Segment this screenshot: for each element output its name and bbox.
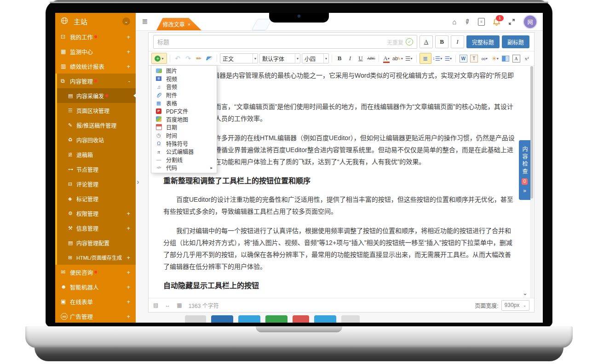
sidebar-item-push-manuscripts[interactable]: ✎ 报/推送稿件管理 xyxy=(57,118,136,132)
undo-icon[interactable]: ↶ xyxy=(173,53,182,63)
content-check-tab[interactable]: 内容检查 0 » xyxy=(519,140,530,200)
title-italic-button[interactable]: I xyxy=(451,35,464,48)
paragraph-style-select[interactable]: 正文▾ xyxy=(220,53,258,63)
menu-item-audio[interactable]: ♫音频 xyxy=(151,83,217,91)
ordered-list-button[interactable]: 1☰▾ xyxy=(433,53,443,63)
sidebar-item-performance-report[interactable]: ▥ 绩效统计报表 + xyxy=(55,59,136,74)
audit-clipboard-icon[interactable]: ≡ xyxy=(478,18,485,26)
sidebar-item-html-cache[interactable]: ⊞ HTML/页面缓存生成 + xyxy=(57,250,136,265)
superscript-button[interactable]: x² xyxy=(522,53,531,63)
fullscreen-expand-icon[interactable] xyxy=(508,18,515,25)
sidebar-item-my-work[interactable]: ⊡ 我的工作 + xyxy=(55,29,136,44)
menu-item-time[interactable]: ◷时间 xyxy=(151,131,217,140)
expand-icon: + xyxy=(126,298,130,305)
home-icon[interactable]: ⌂ xyxy=(452,18,456,26)
format-painter-icon[interactable]: ✏ xyxy=(194,53,203,63)
action-button[interactable] xyxy=(238,315,260,323)
bottom-action-buttons xyxy=(185,315,360,323)
notification-bell-icon[interactable]: 1 xyxy=(493,18,500,26)
sidebar-item-tag-management[interactable]: ◈ 标记管理 xyxy=(57,191,136,206)
scrollbar-thumb[interactable] xyxy=(530,66,533,199)
sidebar-item-content-management[interactable]: ⧉ 内容管理 - xyxy=(57,74,136,88)
title-input[interactable] xyxy=(154,39,387,46)
layout-columns-button[interactable] xyxy=(501,53,510,63)
page-width-icon[interactable]: ↔ xyxy=(165,302,170,308)
menu-item-date[interactable]: 日期 xyxy=(151,123,217,131)
sidebar-item-comment-management[interactable]: ⊟ 评论管理 xyxy=(57,176,136,191)
clean-broom-icon[interactable]: ✏ xyxy=(463,18,472,25)
action-button[interactable] xyxy=(265,315,288,323)
menu-item-special-symbol[interactable]: Ω特殊符号 xyxy=(151,139,217,148)
format-wand-button[interactable]: ✳▾ xyxy=(490,53,500,63)
full-title-button[interactable]: 完整标题 xyxy=(466,35,500,48)
action-button[interactable] xyxy=(314,315,336,323)
subtitle-button[interactable]: 副标题 xyxy=(502,35,529,48)
tab-edit-article[interactable]: 修改文章 × xyxy=(156,18,201,30)
tab-list-toggle-icon[interactable]: ≣ xyxy=(142,17,148,26)
paste-from-word-button[interactable]: W xyxy=(459,53,468,63)
menu-item-divider[interactable]: —分割线 xyxy=(151,156,217,164)
calendar-icon xyxy=(155,124,162,130)
word-count-doc-icon[interactable]: ▤ xyxy=(153,302,158,308)
align-button[interactable]: ☰▾ xyxy=(404,53,414,63)
sidebar-item-monitor-center[interactable]: ▦ 监测中心 + xyxy=(55,44,136,59)
underline-button[interactable]: U xyxy=(356,53,365,63)
sidebar-item-content-editing[interactable]: ▤ 内容采编发 xyxy=(57,88,136,103)
menu-item-image[interactable]: 图片 xyxy=(151,67,217,75)
page-width-select[interactable]: 930px⌄ xyxy=(501,300,529,311)
link-button[interactable]: ∞▾ xyxy=(480,53,489,63)
sidebar-item-content-config[interactable]: ▤ 内容管理配置 xyxy=(57,235,136,250)
close-icon[interactable]: × xyxy=(188,22,190,27)
action-button[interactable] xyxy=(211,315,233,323)
sidebar-item-info-management[interactable]: ⚒ 信息管理 + xyxy=(57,221,136,235)
sidebar-collapse-handle[interactable]: › xyxy=(137,177,139,187)
highlight-button[interactable]: ab✎▾ xyxy=(392,53,403,63)
menu-item-formula-editor[interactable]: π公式编辑器 xyxy=(151,148,217,156)
bold-button[interactable]: B xyxy=(335,53,344,63)
editor-scrollbar[interactable] xyxy=(530,65,534,298)
sidebar-item-recycle-bin[interactable]: ♻ 内容回收站 xyxy=(57,132,136,147)
user-avatar[interactable]: 网 xyxy=(523,15,537,29)
sidebar-item-page-blocks[interactable]: ☰ 页面区块管理 xyxy=(57,103,136,118)
redo-icon[interactable]: ↷ xyxy=(184,53,193,63)
editor-status-bar: ▤ ↔ ▦ 1363 个字符 页面宽度: 930px⌄ xyxy=(149,298,534,312)
action-button[interactable] xyxy=(293,315,309,323)
font-size-select[interactable]: 小四▾ xyxy=(302,53,329,63)
sidebar-item-node-management[interactable]: ⊶ 节点管理 xyxy=(57,162,136,176)
eraser-icon[interactable] xyxy=(205,53,214,63)
sidebar-item-ad-management[interactable]: AD 广告管理 + xyxy=(55,309,136,323)
indent-button[interactable]: ≣ xyxy=(420,53,431,64)
sidebar-item-online-forms[interactable]: ▣ 在线表单 + xyxy=(55,294,136,309)
font-box-button[interactable]: A xyxy=(512,53,521,63)
scroll-down-icon[interactable]: ⌄ xyxy=(523,290,528,296)
menu-item-video[interactable]: ≣视频 xyxy=(151,75,217,83)
ad-icon: AD xyxy=(61,313,70,320)
menu-item-code[interactable]: </>代码▸ xyxy=(151,164,217,172)
title-style-a-button[interactable]: A xyxy=(420,35,433,48)
menu-item-table[interactable]: ▦表格 xyxy=(151,99,217,107)
image-mode-icon[interactable]: ▦ xyxy=(177,302,182,308)
video-icon: ≣ xyxy=(155,76,162,81)
strikethrough-button[interactable]: ABC xyxy=(367,53,376,63)
menu-item-baidu-map[interactable]: 百度地图 xyxy=(151,115,217,124)
paste-text-button[interactable]: T xyxy=(469,53,478,63)
content-check-label: 内容检查 xyxy=(521,146,529,176)
unordered-list-button[interactable]: ☰▾ xyxy=(443,53,453,63)
sidebar-item-rejected-box[interactable]: 退 退稿箱 xyxy=(57,147,136,162)
sidebar-item-smart-robot[interactable]: ☻ 智能机器人 + xyxy=(55,279,136,294)
menu-item-attachment[interactable]: 附件 xyxy=(151,91,217,99)
insert-button[interactable]: +▾ xyxy=(151,53,167,64)
title-bold-button[interactable]: B xyxy=(435,35,448,48)
font-family-select[interactable]: 默认字体▾ xyxy=(259,53,300,63)
plus-icon: + xyxy=(155,56,161,62)
sidebar-item-public-consult[interactable]: ✉ 便民咨询 + xyxy=(55,265,136,279)
font-color-button[interactable]: A▾ xyxy=(382,53,391,63)
action-button[interactable] xyxy=(185,315,206,323)
sidebar-item-permission-management[interactable]: ⚙ 权限管理 + xyxy=(57,206,136,221)
more-tools-icon[interactable]: » xyxy=(534,54,534,63)
site-switcher[interactable]: 主站 ⌄ xyxy=(55,13,136,29)
site-chevron-icon[interactable]: ⌄ xyxy=(122,17,130,25)
action-button[interactable] xyxy=(341,315,360,323)
italic-button[interactable]: I xyxy=(345,53,355,63)
menu-item-pdf[interactable]: PPDF文件 xyxy=(151,107,217,115)
